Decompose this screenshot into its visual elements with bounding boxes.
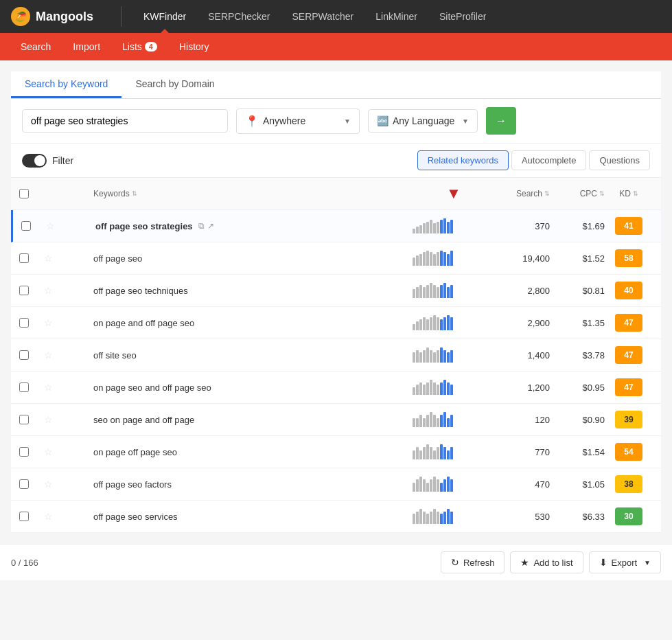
row-cpc: $1.54 (550, 447, 605, 457)
row-checkbox[interactable] (21, 221, 31, 231)
row-star[interactable]: ☆ (44, 382, 69, 393)
th-trend[interactable]: ▼ (413, 185, 495, 203)
lists-badge: 4 (145, 42, 157, 52)
row-star[interactable]: ☆ (44, 253, 69, 264)
keyword-text: off site seo (93, 350, 137, 361)
row-checkbox[interactable] (19, 512, 29, 521)
location-chevron-icon: ▼ (344, 117, 351, 125)
row-checkbox[interactable] (19, 350, 29, 360)
row-checkbox-cell[interactable] (19, 512, 44, 521)
th-select-all[interactable] (19, 189, 44, 198)
kd-badge: 47 (615, 346, 642, 364)
tab-related-keywords[interactable]: Related keywords (417, 150, 509, 170)
row-cpc: $0.90 (550, 415, 605, 425)
tab-search-by-domain[interactable]: Search by Domain (121, 71, 228, 98)
row-search: 2,800 (495, 286, 550, 296)
lists-label: Lists (122, 41, 142, 52)
logo-text: Mangools (36, 10, 93, 24)
export-button[interactable]: ⬇ Export ▼ (589, 551, 661, 573)
kd-badge: 47 (615, 378, 642, 396)
add-to-list-button[interactable]: ★ Add to list (510, 551, 583, 573)
row-search: 1,400 (495, 350, 550, 361)
row-kd: 47 (605, 314, 653, 332)
language-icon: 🔤 (377, 115, 389, 126)
th-cpc[interactable]: CPC ⇅ (550, 189, 605, 198)
th-kd[interactable]: KD ⇅ (605, 189, 653, 198)
language-text: Any Language (393, 115, 458, 126)
row-kd: 54 (605, 443, 653, 461)
filter-toggle[interactable] (22, 154, 47, 168)
keyword-text: off page seo services (93, 512, 178, 522)
tab-search-by-keyword[interactable]: Search by Keyword (11, 71, 121, 98)
row-trend (413, 475, 495, 493)
row-checkbox-cell[interactable] (21, 221, 46, 231)
row-checkbox[interactable] (19, 286, 29, 295)
row-search: 530 (495, 512, 550, 522)
location-text: Anywhere (263, 115, 340, 126)
refresh-label: Refresh (463, 558, 495, 568)
search-button[interactable]: → (486, 107, 516, 135)
row-checkbox-cell[interactable] (19, 382, 44, 392)
row-checkbox-cell[interactable] (19, 318, 44, 328)
row-keyword-cell: off page seo (93, 253, 413, 264)
nav-item-serpwatcher[interactable]: SERPWatcher (281, 0, 365, 33)
table-row: ☆ on page seo and off page seo 1,200 $0.… (11, 372, 661, 404)
row-kd: 41 (605, 217, 653, 235)
row-star[interactable]: ☆ (44, 285, 69, 296)
logo-icon: 🥭 (11, 7, 30, 26)
row-star[interactable]: ☆ (44, 511, 69, 522)
tab-questions[interactable]: Questions (589, 150, 650, 170)
keyword-input[interactable] (22, 109, 228, 133)
row-trend (413, 249, 495, 267)
th-search[interactable]: Search ⇅ (495, 189, 550, 198)
keyword-text: on page off page seo (93, 447, 177, 457)
row-checkbox-cell[interactable] (19, 415, 44, 424)
row-checkbox[interactable] (19, 447, 29, 457)
tab-autocomplete[interactable]: Autocomplete (511, 150, 587, 170)
th-keywords[interactable]: Keywords ⇅ (93, 189, 413, 198)
keyword-text: off page seo factors (93, 479, 172, 490)
refresh-button[interactable]: ↻ Refresh (441, 551, 505, 573)
row-checkbox[interactable] (19, 479, 29, 489)
secondary-nav-import[interactable]: Import (63, 33, 110, 60)
row-checkbox[interactable] (19, 382, 29, 392)
row-checkbox[interactable] (19, 253, 29, 263)
row-star[interactable]: ☆ (44, 350, 69, 361)
row-star[interactable]: ☆ (44, 479, 69, 490)
row-checkbox[interactable] (19, 415, 29, 424)
row-star[interactable]: ☆ (46, 220, 71, 231)
row-star[interactable]: ☆ (44, 446, 69, 457)
keyword-text: off page seo strategies (95, 221, 193, 231)
row-cpc: $3.78 (550, 350, 605, 361)
row-checkbox-cell[interactable] (19, 479, 44, 489)
row-cpc: $6.33 (550, 512, 605, 522)
arrow-icon[interactable]: ↗ (207, 221, 214, 231)
row-cpc: $1.52 (550, 253, 605, 264)
kd-badge: 39 (615, 411, 642, 428)
secondary-nav-lists[interactable]: Lists 4 (113, 33, 167, 60)
filter-left: Filter (22, 154, 73, 168)
select-all-checkbox[interactable] (19, 189, 29, 198)
logo[interactable]: 🥭 Mangools (11, 7, 93, 26)
copy-icon[interactable]: ⧉ (198, 221, 205, 231)
language-selector[interactable]: 🔤 Any Language ▼ (368, 109, 478, 133)
keyword-text: on page seo and off page seo (93, 382, 211, 393)
nav-item-siteprofiler[interactable]: SiteProfiler (428, 0, 497, 33)
row-checkbox-cell[interactable] (19, 253, 44, 263)
row-checkbox-cell[interactable] (19, 447, 44, 457)
nav-item-linkminer[interactable]: LinkMiner (364, 0, 428, 33)
nav-item-kwfinder[interactable]: KWFinder (132, 0, 197, 33)
keyword-text: off page seo (93, 253, 142, 264)
row-trend (413, 314, 495, 332)
location-selector[interactable]: 📍 Anywhere ▼ (236, 108, 360, 134)
nav-item-serpchecker[interactable]: SERPChecker (197, 0, 281, 33)
secondary-nav-search[interactable]: Search (11, 33, 60, 60)
row-star[interactable]: ☆ (44, 414, 69, 425)
row-checkbox-cell[interactable] (19, 286, 44, 295)
secondary-nav-history[interactable]: History (170, 33, 219, 60)
table-row: ☆ off site seo 1,400 $3.78 47 (11, 339, 661, 372)
row-checkbox-cell[interactable] (19, 350, 44, 360)
export-label: Export (612, 558, 638, 568)
row-checkbox[interactable] (19, 318, 29, 328)
row-star[interactable]: ☆ (44, 317, 69, 328)
